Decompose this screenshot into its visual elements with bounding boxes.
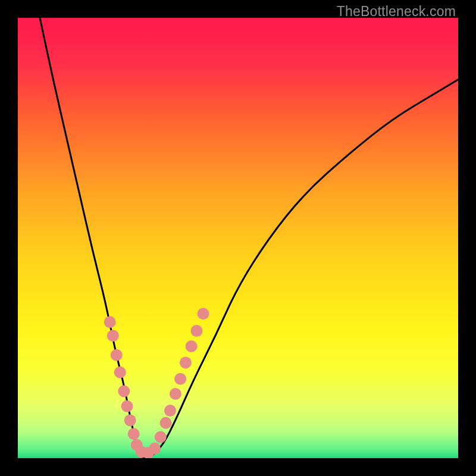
watermark-text: TheBottleneck.com — [337, 4, 456, 20]
svg-rect-0 — [18, 18, 458, 458]
gradient-background — [18, 18, 458, 458]
plot-frame — [18, 18, 458, 458]
